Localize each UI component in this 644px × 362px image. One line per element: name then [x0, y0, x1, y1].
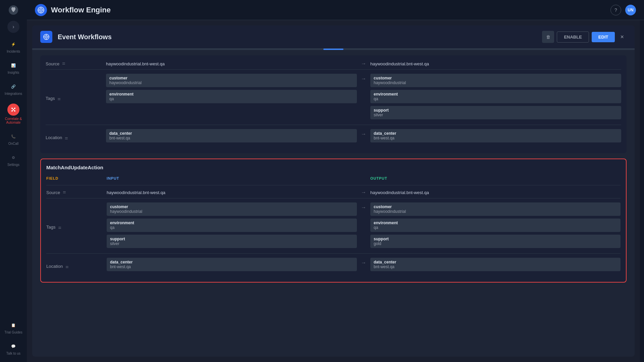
panel-icon: [40, 31, 52, 43]
col-input-header: INPUT: [107, 176, 357, 180]
equals-icon: =: [58, 223, 61, 231]
close-button[interactable]: ×: [618, 32, 627, 42]
scroll-bar: [323, 49, 343, 50]
table-header: FIELD INPUT OUTPUT: [46, 174, 621, 182]
input-location-lower: data_center bnt-west.qa: [107, 258, 357, 273]
topbar-right: ? UN: [610, 5, 636, 15]
field-source-lower: Source =: [46, 189, 107, 195]
user-avatar[interactable]: UN: [625, 5, 636, 15]
sidebar-item-integrations[interactable]: 🔗 Integrations: [0, 79, 27, 99]
main-panel: Event Workflows 🗑 ENABLE EDIT ×: [32, 25, 635, 357]
sidebar-toggle[interactable]: ›: [7, 21, 19, 33]
sidebar-item-oncall[interactable]: 📞 OnCall: [0, 129, 27, 149]
tag-box: support silver: [370, 106, 621, 119]
equals-icon: =: [65, 133, 68, 141]
divider: [46, 185, 621, 185]
arrow-icon: →: [357, 202, 370, 249]
divider: [46, 198, 621, 198]
arrow-icon: →: [357, 61, 370, 67]
enable-button[interactable]: ENABLE: [557, 32, 589, 43]
output-source-upper: haywoodindustrial.bnt-west.qa: [370, 61, 621, 66]
equals-icon: =: [57, 94, 60, 102]
arrow-icon: →: [357, 189, 370, 195]
input-source-lower: haywoodindustrial.bnt-west.qa: [107, 190, 357, 195]
tag-box: customer haywoodindustrial: [370, 202, 621, 216]
edit-button[interactable]: EDIT: [592, 32, 615, 42]
table-row-tags-upper: Tags = customer haywoodindustrial enviro…: [46, 74, 621, 121]
divider: [46, 125, 621, 125]
arrow-icon: →: [357, 258, 370, 273]
field-location-lower: Location =: [46, 258, 107, 273]
tag-box: environment qa: [107, 219, 357, 232]
topbar-icon: [35, 4, 47, 16]
tag-box: support silver: [107, 235, 357, 248]
sidebar: › ⚡ Incidents 📊 Insights 🔗 Integrations …: [0, 0, 27, 362]
tag-box: customer haywoodindustrial: [370, 74, 621, 87]
sidebar-item-settings[interactable]: ⚙ Settings: [0, 150, 27, 170]
panel-header: Event Workflows 🗑 ENABLE EDIT ×: [32, 25, 635, 49]
sidebar-item-insights[interactable]: 📊 Insights: [0, 58, 27, 78]
equals-icon: =: [65, 262, 68, 270]
input-tags-lower: customer haywoodindustrial environment q…: [107, 202, 357, 249]
tag-box: environment qa: [370, 90, 621, 103]
table-row-location-lower: Location = data_center bnt-west.qa →: [46, 258, 621, 273]
divider: [46, 69, 621, 70]
tag-box: support gold: [370, 235, 621, 248]
help-button[interactable]: ?: [610, 5, 621, 15]
table-row-tags-lower: Tags = customer haywoodindustrial enviro…: [46, 202, 621, 249]
tag-box: data_center bnt-west.qa: [106, 129, 357, 142]
tag-box: environment qa: [370, 219, 621, 232]
tag-box: data_center bnt-west.qa: [370, 258, 621, 271]
svg-point-9: [40, 9, 42, 11]
output-location-upper: data_center bnt-west.qa: [370, 129, 621, 144]
panel-actions: 🗑 ENABLE EDIT ×: [542, 31, 627, 43]
input-source-upper: haywoodindustrial.bnt-west.qa: [106, 61, 357, 66]
input-location-upper: data_center bnt-west.qa: [106, 129, 357, 144]
topbar: Workflow Engine ? UN: [27, 0, 644, 20]
equals-icon: =: [62, 61, 65, 67]
arrow-icon: →: [357, 74, 370, 121]
upper-action-block: Source = haywoodindustrial.bnt-west.qa →…: [40, 55, 627, 153]
content-area: Event Workflows 🗑 ENABLE EDIT ×: [27, 20, 644, 362]
main-area: Workflow Engine ? UN: [27, 0, 644, 362]
field-location-upper: Location =: [46, 129, 106, 144]
tag-box: customer haywoodindustrial: [107, 202, 357, 216]
match-update-action-block: MatchAndUpdateAction FIELD INPUT OUTPUT …: [40, 159, 627, 283]
tag-box: data_center bnt-west.qa: [107, 258, 357, 271]
panel-title: Event Workflows: [58, 33, 112, 41]
sidebar-item-trial-guides[interactable]: 📋 Trial Guides: [4, 318, 22, 338]
output-source-lower: haywoodindustrial.bnt-west.qa: [370, 190, 621, 195]
equals-icon: =: [63, 189, 66, 195]
divider: [46, 253, 621, 254]
sidebar-item-incidents[interactable]: ⚡ Incidents: [0, 37, 27, 57]
input-tags-upper: customer haywoodindustrial environment q…: [106, 74, 357, 121]
sidebar-item-correlate[interactable]: Correlate &Automate: [0, 100, 27, 128]
output-tags-lower: customer haywoodindustrial environment q…: [370, 202, 621, 249]
workflow-content[interactable]: Source = haywoodindustrial.bnt-west.qa →…: [32, 50, 635, 357]
tag-box: environment qa: [106, 90, 357, 103]
col-field-header: FIELD: [46, 176, 107, 180]
scrollbar-track[interactable]: [640, 20, 644, 362]
field-tags-upper: Tags =: [46, 74, 106, 121]
output-tags-upper: customer haywoodindustrial environment q…: [370, 74, 621, 121]
topbar-title: Workflow Engine: [51, 6, 111, 14]
action-title: MatchAndUpdateAction: [46, 165, 621, 170]
field-source-upper: Source =: [46, 61, 106, 67]
scroll-indicator: [32, 49, 635, 50]
table-row: Source = haywoodindustrial.bnt-west.qa →…: [46, 61, 621, 67]
field-tags-lower: Tags =: [46, 202, 107, 249]
sidebar-item-talk-to-us[interactable]: 💬 Talk to us: [4, 339, 22, 359]
arrow-icon: →: [357, 129, 370, 144]
table-row: Source = haywoodindustrial.bnt-west.qa →…: [46, 189, 621, 195]
table-row-location-upper: Location = data_center bnt-west.qa →: [46, 129, 621, 144]
tag-box: customer haywoodindustrial: [106, 74, 357, 87]
app-logo[interactable]: [7, 3, 20, 17]
delete-button[interactable]: 🗑: [542, 31, 554, 43]
tag-box: data_center bnt-west.qa: [370, 129, 621, 142]
output-location-lower: data_center bnt-west.qa: [370, 258, 621, 273]
svg-point-16: [46, 37, 47, 38]
col-output-header: OUTPUT: [370, 176, 621, 180]
